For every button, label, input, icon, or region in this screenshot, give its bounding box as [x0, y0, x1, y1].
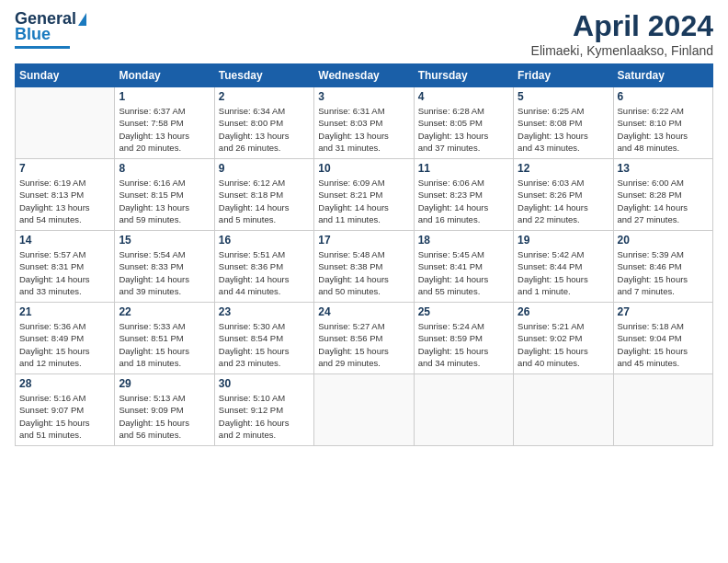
- day-number: 21: [19, 305, 110, 318]
- day-info: Sunrise: 5:54 AM Sunset: 8:33 PM Dayligh…: [119, 248, 210, 297]
- day-number: 24: [318, 305, 409, 318]
- logo-blue-text: Blue: [15, 25, 51, 44]
- day-number: 18: [418, 234, 509, 247]
- day-info: Sunrise: 6:31 AM Sunset: 8:03 PM Dayligh…: [318, 105, 409, 154]
- day-number: 10: [318, 162, 409, 175]
- day-number: 7: [19, 162, 110, 175]
- day-number: 13: [618, 162, 709, 175]
- day-info: Sunrise: 5:42 AM Sunset: 8:44 PM Dayligh…: [518, 248, 609, 297]
- location-subtitle: Elimaeki, Kymenlaakso, Finland: [531, 43, 713, 58]
- week-row-2: 7Sunrise: 6:19 AM Sunset: 8:13 PM Daylig…: [16, 159, 713, 231]
- month-year-title: April 2024: [531, 9, 713, 43]
- day-info: Sunrise: 6:28 AM Sunset: 8:05 PM Dayligh…: [418, 105, 509, 154]
- day-number: 19: [518, 234, 609, 247]
- day-cell: 24Sunrise: 5:27 AM Sunset: 8:56 PM Dayli…: [314, 303, 414, 374]
- day-cell: 17Sunrise: 5:48 AM Sunset: 8:38 PM Dayli…: [314, 231, 414, 303]
- weekday-header-friday: Friday: [514, 64, 613, 87]
- day-number: 4: [418, 90, 509, 103]
- day-number: 14: [19, 234, 110, 247]
- day-info: Sunrise: 5:27 AM Sunset: 8:56 PM Dayligh…: [318, 320, 409, 369]
- day-cell: 30Sunrise: 5:10 AM Sunset: 9:12 PM Dayli…: [214, 374, 313, 446]
- week-row-5: 28Sunrise: 5:16 AM Sunset: 9:07 PM Dayli…: [16, 374, 713, 446]
- day-number: 2: [219, 90, 310, 103]
- day-cell: 25Sunrise: 5:24 AM Sunset: 8:59 PM Dayli…: [414, 303, 513, 374]
- day-cell: [514, 374, 613, 446]
- day-cell: [414, 374, 513, 446]
- day-info: Sunrise: 5:13 AM Sunset: 9:09 PM Dayligh…: [119, 392, 210, 441]
- day-info: Sunrise: 6:12 AM Sunset: 8:18 PM Dayligh…: [219, 177, 310, 225]
- day-info: Sunrise: 5:39 AM Sunset: 8:46 PM Dayligh…: [618, 248, 709, 297]
- day-number: 1: [119, 90, 210, 103]
- day-info: Sunrise: 6:03 AM Sunset: 8:26 PM Dayligh…: [518, 177, 609, 225]
- day-number: 30: [219, 377, 310, 390]
- logo: General Blue: [15, 9, 86, 49]
- day-info: Sunrise: 5:10 AM Sunset: 9:12 PM Dayligh…: [219, 392, 310, 441]
- day-info: Sunrise: 6:06 AM Sunset: 8:23 PM Dayligh…: [418, 177, 509, 225]
- day-info: Sunrise: 5:36 AM Sunset: 8:49 PM Dayligh…: [19, 320, 110, 369]
- day-cell: 20Sunrise: 5:39 AM Sunset: 8:46 PM Dayli…: [613, 231, 712, 303]
- day-cell: 18Sunrise: 5:45 AM Sunset: 8:41 PM Dayli…: [414, 231, 513, 303]
- day-info: Sunrise: 5:57 AM Sunset: 8:31 PM Dayligh…: [19, 248, 110, 297]
- day-cell: 19Sunrise: 5:42 AM Sunset: 8:44 PM Dayli…: [514, 231, 613, 303]
- weekday-header-saturday: Saturday: [613, 64, 712, 87]
- day-number: 5: [518, 90, 609, 103]
- day-number: 29: [119, 377, 210, 390]
- day-info: Sunrise: 5:16 AM Sunset: 9:07 PM Dayligh…: [19, 392, 110, 441]
- day-info: Sunrise: 5:51 AM Sunset: 8:36 PM Dayligh…: [219, 248, 310, 297]
- weekday-header-sunday: Sunday: [16, 64, 115, 87]
- week-row-3: 14Sunrise: 5:57 AM Sunset: 8:31 PM Dayli…: [16, 231, 713, 303]
- day-cell: 15Sunrise: 5:54 AM Sunset: 8:33 PM Dayli…: [115, 231, 214, 303]
- day-number: 26: [518, 305, 609, 318]
- day-info: Sunrise: 6:34 AM Sunset: 8:00 PM Dayligh…: [219, 105, 310, 154]
- day-number: 3: [318, 90, 409, 103]
- day-cell: 2Sunrise: 6:34 AM Sunset: 8:00 PM Daylig…: [214, 87, 313, 159]
- weekday-header-wednesday: Wednesday: [314, 64, 414, 87]
- day-cell: 3Sunrise: 6:31 AM Sunset: 8:03 PM Daylig…: [314, 87, 414, 159]
- day-number: 15: [119, 234, 210, 247]
- calendar-table: SundayMondayTuesdayWednesdayThursdayFrid…: [15, 63, 713, 446]
- day-info: Sunrise: 5:33 AM Sunset: 8:51 PM Dayligh…: [119, 320, 210, 369]
- weekday-header-monday: Monday: [115, 64, 214, 87]
- day-number: 11: [418, 162, 509, 175]
- page: General Blue April 2024 Elimaeki, Kymenl…: [0, 0, 728, 563]
- day-cell: 21Sunrise: 5:36 AM Sunset: 8:49 PM Dayli…: [16, 303, 115, 374]
- day-cell: 5Sunrise: 6:25 AM Sunset: 8:08 PM Daylig…: [514, 87, 613, 159]
- weekday-header-thursday: Thursday: [414, 64, 513, 87]
- day-info: Sunrise: 6:22 AM Sunset: 8:10 PM Dayligh…: [618, 105, 709, 154]
- day-info: Sunrise: 5:45 AM Sunset: 8:41 PM Dayligh…: [418, 248, 509, 297]
- day-info: Sunrise: 5:21 AM Sunset: 9:02 PM Dayligh…: [518, 320, 609, 369]
- logo-triangle-icon: [78, 13, 86, 26]
- day-cell: 14Sunrise: 5:57 AM Sunset: 8:31 PM Dayli…: [16, 231, 115, 303]
- day-cell: 11Sunrise: 6:06 AM Sunset: 8:23 PM Dayli…: [414, 159, 513, 231]
- day-number: 22: [119, 305, 210, 318]
- day-info: Sunrise: 5:48 AM Sunset: 8:38 PM Dayligh…: [318, 248, 409, 297]
- header: General Blue April 2024 Elimaeki, Kymenl…: [15, 9, 713, 58]
- day-cell: 23Sunrise: 5:30 AM Sunset: 8:54 PM Dayli…: [214, 303, 313, 374]
- day-info: Sunrise: 6:37 AM Sunset: 7:58 PM Dayligh…: [119, 105, 210, 154]
- day-cell: 12Sunrise: 6:03 AM Sunset: 8:26 PM Dayli…: [514, 159, 613, 231]
- day-number: 6: [618, 90, 709, 103]
- week-row-4: 21Sunrise: 5:36 AM Sunset: 8:49 PM Dayli…: [16, 303, 713, 374]
- weekday-header-row: SundayMondayTuesdayWednesdayThursdayFrid…: [16, 64, 713, 87]
- day-cell: 1Sunrise: 6:37 AM Sunset: 7:58 PM Daylig…: [115, 87, 214, 159]
- day-info: Sunrise: 6:00 AM Sunset: 8:28 PM Dayligh…: [618, 177, 709, 225]
- day-info: Sunrise: 6:19 AM Sunset: 8:13 PM Dayligh…: [19, 177, 110, 225]
- day-info: Sunrise: 5:30 AM Sunset: 8:54 PM Dayligh…: [219, 320, 310, 369]
- day-cell: 4Sunrise: 6:28 AM Sunset: 8:05 PM Daylig…: [414, 87, 513, 159]
- day-number: 12: [518, 162, 609, 175]
- day-cell: 27Sunrise: 5:18 AM Sunset: 9:04 PM Dayli…: [613, 303, 712, 374]
- day-cell: 8Sunrise: 6:16 AM Sunset: 8:15 PM Daylig…: [115, 159, 214, 231]
- logo-underline: [15, 46, 70, 49]
- day-number: 17: [318, 234, 409, 247]
- day-cell: 29Sunrise: 5:13 AM Sunset: 9:09 PM Dayli…: [115, 374, 214, 446]
- day-cell: 16Sunrise: 5:51 AM Sunset: 8:36 PM Dayli…: [214, 231, 313, 303]
- day-cell: [613, 374, 712, 446]
- day-cell: 9Sunrise: 6:12 AM Sunset: 8:18 PM Daylig…: [214, 159, 313, 231]
- day-cell: 10Sunrise: 6:09 AM Sunset: 8:21 PM Dayli…: [314, 159, 414, 231]
- day-cell: 22Sunrise: 5:33 AM Sunset: 8:51 PM Dayli…: [115, 303, 214, 374]
- day-cell: 28Sunrise: 5:16 AM Sunset: 9:07 PM Dayli…: [16, 374, 115, 446]
- day-number: 8: [119, 162, 210, 175]
- day-number: 20: [618, 234, 709, 247]
- day-info: Sunrise: 5:24 AM Sunset: 8:59 PM Dayligh…: [418, 320, 509, 369]
- day-number: 9: [219, 162, 310, 175]
